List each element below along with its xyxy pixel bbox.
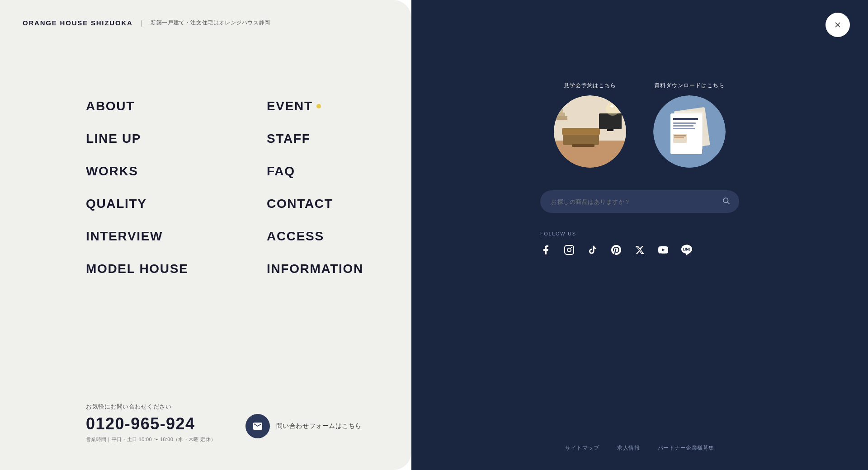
svg-rect-24 xyxy=(673,118,698,120)
svg-point-35 xyxy=(571,247,572,248)
nav-grid: ABOUT EVENT LiNE UP STAFF WORKS FAQ QUAL… xyxy=(0,27,411,285)
nav-item-information[interactable]: iNFORMATiON xyxy=(267,253,411,285)
bottom-section: お気軽にお問い合わせください 0120-965-924 営業時間｜平日・土日 1… xyxy=(86,403,389,443)
svg-point-31 xyxy=(723,198,728,203)
header: ORANGE HOUSE SHIZUOKA | 新築一戸建て・注文住宅はオレンジ… xyxy=(0,0,411,27)
contact-form-button[interactable]: 問い合わせフォームはこちら xyxy=(245,414,362,438)
svg-rect-26 xyxy=(673,125,693,127)
event-badge xyxy=(316,104,321,108)
svg-rect-27 xyxy=(673,128,695,129)
close-button[interactable] xyxy=(826,13,850,37)
svg-rect-9 xyxy=(572,144,594,147)
footer-link-sitemap[interactable]: サイトマップ xyxy=(565,444,599,452)
envelope-icon xyxy=(252,421,263,432)
svg-point-34 xyxy=(567,248,571,252)
tour-booking-label: 見学会予約はこちら xyxy=(564,81,617,90)
nav-item-lineup[interactable]: LiNE UP xyxy=(86,122,231,155)
follow-section: FOLLOW US xyxy=(540,231,739,255)
instagram-icon[interactable] xyxy=(564,244,575,255)
tiktok-icon[interactable] xyxy=(587,244,598,255)
document-download-image xyxy=(653,95,726,168)
nav-item-event[interactable]: EVENT xyxy=(267,90,411,122)
svg-rect-8 xyxy=(607,129,613,131)
facebook-icon[interactable] xyxy=(540,244,551,255)
nav-item-interview[interactable]: iNTERViEW xyxy=(86,220,231,253)
search-input[interactable] xyxy=(551,198,722,205)
twitter-icon[interactable] xyxy=(634,244,645,255)
tour-booking-circle[interactable]: 見学会予約はこちら xyxy=(554,81,626,168)
footer-link-recruit[interactable]: 求人情報 xyxy=(617,444,640,452)
header-tagline: 新築一戸建て・注文住宅はオレンジハウス静岡 xyxy=(151,19,270,27)
interior-illustration xyxy=(554,95,626,168)
svg-rect-11 xyxy=(554,109,563,113)
logo: ORANGE HOUSE SHIZUOKA xyxy=(23,19,133,27)
search-icon xyxy=(722,197,730,207)
svg-rect-13 xyxy=(554,116,567,120)
nav-item-works[interactable]: WORKS xyxy=(86,155,231,188)
pinterest-icon[interactable] xyxy=(611,244,622,255)
nav-item-quality[interactable]: QUALiTY xyxy=(86,188,231,220)
svg-rect-7 xyxy=(599,113,622,129)
document-download-label: 資料ダウンロードはこちら xyxy=(654,81,725,90)
youtube-icon[interactable] xyxy=(658,244,669,255)
close-icon xyxy=(833,20,842,29)
svg-line-32 xyxy=(727,202,729,204)
nav-item-staff[interactable]: STAFF xyxy=(267,122,411,155)
svg-rect-33 xyxy=(565,245,574,254)
search-container xyxy=(540,190,739,213)
circles-row: 見学会予約はこちら xyxy=(554,81,726,168)
header-divider: | xyxy=(141,19,143,27)
svg-rect-25 xyxy=(673,122,696,124)
sparkle-icon: ✦ xyxy=(609,102,615,111)
left-panel: ORANGE HOUSE SHIZUOKA | 新築一戸建て・注文住宅はオレンジ… xyxy=(0,0,411,470)
docs-illustration xyxy=(653,95,726,168)
svg-rect-29 xyxy=(674,135,686,136)
search-bar xyxy=(540,190,739,213)
social-icons xyxy=(540,244,739,255)
contact-form-label: 問い合わせフォームはこちら xyxy=(276,422,362,430)
follow-label: FOLLOW US xyxy=(540,231,739,236)
footer-links: サイトマップ 求人情報 パートナー企業様募集 xyxy=(565,444,714,452)
line-icon[interactable] xyxy=(681,244,692,255)
right-panel: 見学会予約はこちら xyxy=(411,0,868,470)
nav-item-modelhouse[interactable]: MODEL HOUSE xyxy=(86,253,231,285)
nav-item-about[interactable]: ABOUT xyxy=(86,90,231,122)
nav-item-contact[interactable]: CONTACT xyxy=(267,188,411,220)
svg-rect-30 xyxy=(674,137,684,138)
tour-booking-image: ✦ xyxy=(554,95,626,168)
document-download-circle[interactable]: 資料ダウンロードはこちら xyxy=(653,81,726,168)
nav-item-access[interactable]: ACCESS xyxy=(267,220,411,253)
footer-link-partner[interactable]: パートナー企業様募集 xyxy=(658,444,714,452)
nav-item-faq[interactable]: FAQ xyxy=(267,155,411,188)
svg-rect-6 xyxy=(562,128,600,135)
svg-rect-12 xyxy=(554,113,565,116)
mail-icon xyxy=(245,414,270,438)
contact-label: お気軽にお問い合わせください xyxy=(86,403,389,411)
